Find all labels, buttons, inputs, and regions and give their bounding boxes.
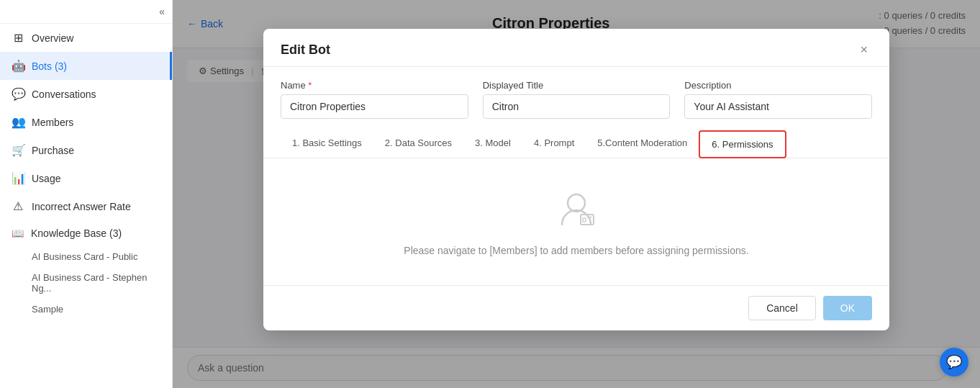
description-field-group: Description <box>684 80 872 119</box>
collapse-icon: « <box>159 6 165 17</box>
overview-icon: ⊞ <box>12 31 24 45</box>
edit-bot-modal: Edit Bot × Name * Displayed Title <box>263 29 889 330</box>
sidebar-item-label: Usage <box>32 173 60 184</box>
sidebar-item-label: Bots (3) <box>32 60 67 72</box>
tabs-row: 1. Basic Settings 2. Data Sources 3. Mod… <box>263 130 889 158</box>
svg-rect-2 <box>583 218 586 222</box>
sidebar: « ⊞ Overview 🤖 Bots (3) 💬 Conversations … <box>0 0 173 388</box>
sub-item-label: AI Business Card - Stephen Ng... <box>32 272 160 294</box>
sidebar-item-purchase[interactable]: 🛒 Purchase <box>0 136 172 164</box>
name-input[interactable] <box>281 94 468 119</box>
modal-title: Edit Bot <box>281 42 330 58</box>
name-label: Name * <box>281 80 468 91</box>
cancel-button[interactable]: Cancel <box>748 296 816 320</box>
displayed-title-input[interactable] <box>483 94 671 119</box>
name-required: * <box>308 80 312 91</box>
conversations-icon: 💬 <box>12 87 24 101</box>
displayed-title-field-group: Displayed Title <box>483 80 671 119</box>
sub-item-label: AI Business Card - Public <box>32 251 137 262</box>
tab-permissions[interactable]: 6. Permissions <box>699 130 786 158</box>
purchase-icon: 🛒 <box>12 143 24 157</box>
knowledge-base-label: Knowledge Base (3) <box>31 227 122 239</box>
chat-bubble-icon: 💬 <box>946 354 962 370</box>
bots-icon: 🤖 <box>12 59 24 73</box>
sidebar-knowledge-base[interactable]: 📖 Knowledge Base (3) <box>0 220 172 246</box>
usage-icon: 📊 <box>12 171 24 185</box>
name-field-group: Name * <box>281 80 468 119</box>
svg-point-0 <box>568 194 585 212</box>
sidebar-item-conversations[interactable]: 💬 Conversations <box>0 80 172 108</box>
knowledge-base-icon: 📖 <box>12 227 24 239</box>
tab-model[interactable]: 3. Model <box>463 130 522 158</box>
modal-footer: Cancel OK <box>263 285 889 330</box>
tab-data-sources[interactable]: 2. Data Sources <box>373 130 463 158</box>
sidebar-item-label: Incorrect Answer Rate <box>32 201 131 212</box>
collapse-button[interactable]: « <box>0 0 172 24</box>
permissions-empty-text: Please navigate to [Members] to add memb… <box>404 245 748 256</box>
description-label: Description <box>684 80 872 91</box>
tab-prompt[interactable]: 4. Prompt <box>522 130 586 158</box>
permissions-empty-icon <box>555 187 598 233</box>
description-input[interactable] <box>684 94 872 119</box>
modal-body: Name * Displayed Title Description <box>263 67 889 285</box>
sidebar-item-members[interactable]: 👥 Members <box>0 108 172 136</box>
modal-overlay: Edit Bot × Name * Displayed Title <box>173 0 980 388</box>
sidebar-sub-sample[interactable]: Sample <box>0 299 172 320</box>
chat-bubble-button[interactable]: 💬 <box>940 348 968 376</box>
form-fields-row: Name * Displayed Title Description <box>281 80 872 119</box>
sub-item-label: Sample <box>32 304 63 315</box>
sidebar-item-label: Conversations <box>32 89 96 100</box>
permissions-content: Please navigate to [Members] to add memb… <box>281 158 872 285</box>
sidebar-item-label: Purchase <box>32 145 74 156</box>
sidebar-item-label: Overview <box>32 32 73 44</box>
modal-header: Edit Bot × <box>263 29 889 67</box>
sidebar-item-label: Members <box>32 117 73 128</box>
tab-basic-settings[interactable]: 1. Basic Settings <box>281 130 373 158</box>
ok-button[interactable]: OK <box>823 296 872 320</box>
modal-close-button[interactable]: × <box>856 42 872 58</box>
sidebar-sub-ai-business-card-stephen[interactable]: AI Business Card - Stephen Ng... <box>0 267 172 299</box>
sidebar-item-incorrect-answer-rate[interactable]: ⚠ Incorrect Answer Rate <box>0 192 172 220</box>
tab-content-moderation[interactable]: 5.Content Moderation <box>586 130 699 158</box>
main-content: ← Back Citron Properties : 0 queries / 0… <box>173 0 980 388</box>
sidebar-item-bots[interactable]: 🤖 Bots (3) <box>0 52 172 80</box>
sidebar-item-usage[interactable]: 📊 Usage <box>0 164 172 192</box>
sidebar-item-overview[interactable]: ⊞ Overview <box>0 24 172 52</box>
displayed-title-label: Displayed Title <box>483 80 671 91</box>
sidebar-sub-ai-business-card-public[interactable]: AI Business Card - Public <box>0 246 172 267</box>
incorrect-icon: ⚠ <box>12 199 24 213</box>
members-icon: 👥 <box>12 115 24 129</box>
